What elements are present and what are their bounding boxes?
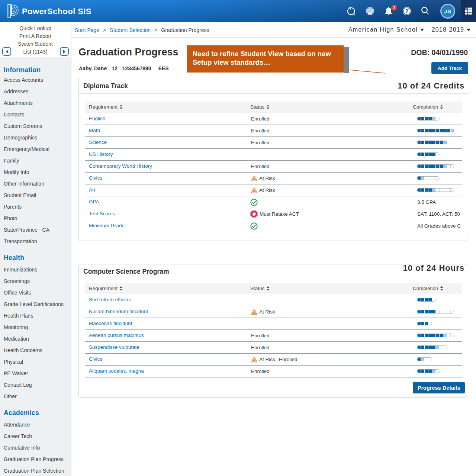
svg-text:?: ?: [405, 8, 408, 14]
